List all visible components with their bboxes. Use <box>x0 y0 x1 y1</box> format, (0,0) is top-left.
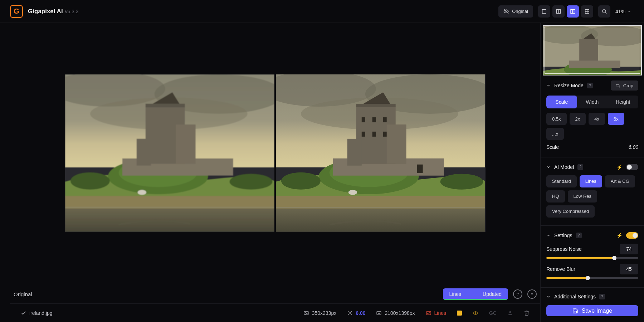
mode-height[interactable]: Height <box>608 96 638 108</box>
svg-rect-0 <box>542 9 546 13</box>
svg-rect-46 <box>383 132 387 137</box>
view-single-button[interactable] <box>538 5 550 18</box>
help-icon[interactable]: ? <box>576 233 582 238</box>
crop-icon <box>616 83 620 88</box>
svg-rect-14 <box>65 207 274 232</box>
frown-icon <box>530 292 535 297</box>
view-split-button[interactable] <box>552 5 565 18</box>
svg-rect-23 <box>176 125 195 164</box>
face-indicator <box>507 310 513 316</box>
format-indicator <box>457 311 462 316</box>
split-vertical-icon <box>556 9 561 14</box>
model-verycompressed[interactable]: Very Compressed <box>546 205 595 218</box>
suppress-noise-value[interactable]: 74 <box>620 244 638 254</box>
svg-rect-45 <box>372 132 376 137</box>
svg-point-34 <box>440 174 483 190</box>
scale-custom[interactable]: ...x <box>546 128 564 140</box>
chevron-down-icon[interactable] <box>546 83 551 88</box>
view-grid-button[interactable] <box>581 5 593 18</box>
model-artcg[interactable]: Art & CG <box>605 175 635 187</box>
app-name: Gigapixel AI <box>28 8 63 15</box>
model-indicator: Lines <box>426 310 446 316</box>
model-hq[interactable]: HQ <box>546 190 565 203</box>
additional-panel: Additional Settings ? <box>541 289 644 302</box>
preview-processed-pane[interactable] <box>276 74 486 232</box>
model-auto-toggle[interactable] <box>626 164 638 170</box>
out-dimensions: 2100x1398px <box>376 310 415 316</box>
check-icon <box>21 310 26 316</box>
compare-indicator <box>473 310 478 316</box>
help-icon[interactable]: ? <box>599 294 605 299</box>
gc-indicator: GC <box>489 310 497 316</box>
chevron-down-icon[interactable] <box>546 233 551 238</box>
scale-chips: 0.5x 2x 4x 6x ...x <box>546 113 638 140</box>
svg-point-17 <box>70 172 109 190</box>
svg-point-33 <box>281 172 321 190</box>
image-icon <box>303 310 309 316</box>
help-icon[interactable]: ? <box>577 164 583 170</box>
image-out-icon <box>376 310 382 316</box>
sidebar: Resize Mode ? Crop Scale Width Height <box>540 23 644 322</box>
remove-blur-value[interactable]: 45 <box>620 264 638 274</box>
svg-point-57 <box>509 311 511 313</box>
svg-rect-44 <box>362 132 365 137</box>
castle-scene-original <box>65 74 274 232</box>
navigator-viewport[interactable] <box>545 27 640 74</box>
search-icon <box>601 9 607 14</box>
resize-panel: Resize Mode ? Crop Scale Width Height <box>541 75 644 156</box>
mode-scale[interactable]: Scale <box>546 96 577 108</box>
suppress-noise-slider[interactable] <box>546 257 638 259</box>
svg-rect-43 <box>383 117 387 122</box>
columns-icon <box>570 9 576 14</box>
scale-4x[interactable]: 4x <box>589 113 605 125</box>
zoom-dropdown[interactable]: 41% <box>613 9 634 14</box>
scale-factor: 6.00 <box>347 310 365 316</box>
save-image-button[interactable]: Save Image <box>546 305 638 316</box>
settings-auto-toggle[interactable] <box>626 232 638 239</box>
delete-button[interactable] <box>524 310 530 316</box>
scale-6x[interactable]: 6x <box>608 113 624 125</box>
resize-mode-segment: Scale Width Height <box>546 96 638 108</box>
chevron-down-icon[interactable] <box>546 294 551 299</box>
model-lines[interactable]: Lines <box>580 175 602 187</box>
file-name[interactable]: ireland.jpg <box>21 310 53 316</box>
main-area: Original Lines Updated ireland.jpg <box>0 23 540 322</box>
person-icon <box>507 310 513 316</box>
scale-0_5x[interactable]: 0.5x <box>546 113 567 125</box>
remove-blur-slider[interactable] <box>546 277 638 279</box>
preview-original-pane[interactable] <box>65 74 275 232</box>
scale-2x[interactable]: 2x <box>570 113 586 125</box>
trash-icon <box>524 310 530 316</box>
scale-value: 6.00 <box>629 144 638 150</box>
model-standard[interactable]: Standard <box>546 175 577 187</box>
src-dimensions: 350x233px <box>303 310 337 316</box>
svg-point-48 <box>348 190 357 195</box>
svg-rect-40 <box>347 139 362 166</box>
save-icon <box>572 308 578 314</box>
model-lowres[interactable]: Low Res <box>568 190 597 203</box>
view-side-by-side-button[interactable] <box>567 5 579 18</box>
svg-point-18 <box>229 174 272 190</box>
square-icon <box>541 9 547 14</box>
eye-off-icon <box>503 9 509 14</box>
additional-title: Additional Settings <box>554 294 596 299</box>
svg-line-9 <box>605 12 606 13</box>
mode-width[interactable]: Width <box>577 96 608 108</box>
status-badge: Lines Updated <box>443 288 508 300</box>
crop-button[interactable]: Crop <box>611 80 638 91</box>
resize-title: Resize Mode <box>554 83 584 88</box>
preview-canvas[interactable] <box>65 74 486 232</box>
expand-icon <box>347 310 353 316</box>
original-toggle[interactable]: Original <box>498 5 533 18</box>
zoom-button[interactable] <box>598 5 610 18</box>
navigator-thumbnail[interactable] <box>543 25 642 75</box>
chevron-down-icon[interactable] <box>546 165 551 169</box>
help-icon[interactable]: ? <box>587 83 593 88</box>
model-title: AI Model <box>554 164 574 170</box>
feedback-happy-button[interactable] <box>513 289 522 299</box>
feedback-sad-button[interactable] <box>527 289 537 299</box>
model-panel: AI Model ? ⚡ Standard Lines Art & CG HQ … <box>541 159 644 224</box>
save-label: Save Image <box>582 308 612 314</box>
app-title: Gigapixel AI v6.3.3 <box>28 8 79 15</box>
suppress-noise-label: Suppress Noise <box>546 246 582 252</box>
